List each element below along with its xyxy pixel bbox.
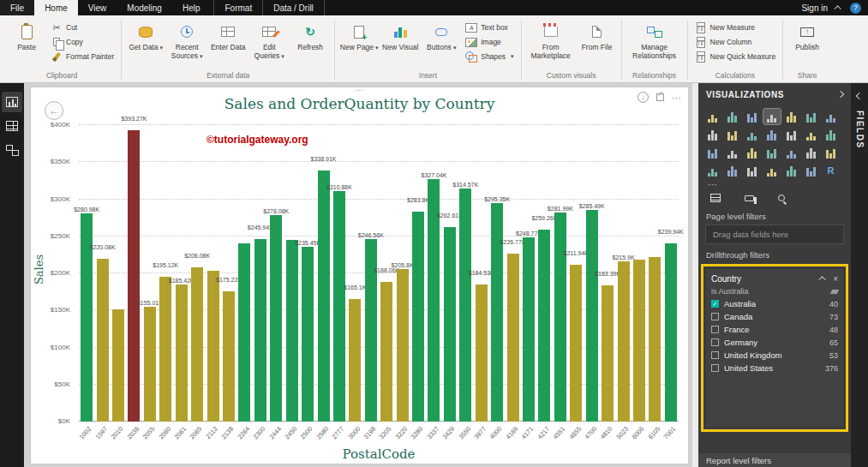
bar-6105[interactable] xyxy=(649,257,661,422)
bar-2264[interactable] xyxy=(238,243,250,422)
manage-relationships-button[interactable]: Manage Relationships xyxy=(626,18,683,63)
bar-6006[interactable] xyxy=(633,260,645,422)
clustered-bar-chart-icon[interactable] xyxy=(744,109,761,124)
line-and-clustered-column-chart-icon[interactable] xyxy=(744,127,761,142)
text-box-button[interactable]: Text box xyxy=(463,21,516,33)
bar-4700[interactable]: $285.49K xyxy=(586,210,598,422)
bar-1597[interactable]: $220.08K xyxy=(97,259,109,422)
bar-4655[interactable]: $211.94K xyxy=(570,265,582,422)
edit-queries-button[interactable]: Edit Queries xyxy=(249,18,289,63)
publish-button[interactable]: Publish xyxy=(787,18,827,63)
bar-3205[interactable]: $188.06K xyxy=(380,282,392,422)
collapse-filter-icon[interactable] xyxy=(818,276,825,283)
image-button[interactable]: Image xyxy=(463,36,516,48)
tab-help[interactable]: Help xyxy=(172,0,211,15)
get-data-button[interactable]: Get Data xyxy=(126,18,165,63)
ribbon-chart-icon[interactable] xyxy=(783,127,800,142)
more-visuals-icon[interactable]: ⋯ xyxy=(698,181,851,189)
enter-data-button[interactable]: Enter Data xyxy=(208,18,248,63)
bar-3198[interactable]: $246.56K xyxy=(365,239,377,422)
filter-item-germany[interactable]: Germany65 xyxy=(711,336,838,349)
checkbox-checked-icon[interactable]: ✓ xyxy=(711,300,719,308)
from-marketplace-button[interactable]: From Marketplace xyxy=(526,18,576,63)
new-measure-button[interactable]: New Measure xyxy=(692,21,779,33)
scatter-chart-icon[interactable] xyxy=(823,127,840,142)
bar-2113[interactable] xyxy=(207,271,219,422)
bar-3280[interactable]: $283.8K xyxy=(412,212,424,422)
100-stacked-column-chart-icon[interactable] xyxy=(803,109,820,124)
collapse-ribbon-icon[interactable] xyxy=(834,5,841,12)
filter-item-canada[interactable]: Canada73 xyxy=(711,310,838,323)
filter-item-united-kingdom[interactable]: United Kingdom53 xyxy=(711,349,838,362)
waterfall-chart-icon[interactable] xyxy=(803,127,820,142)
bar-3000[interactable]: $165.1K xyxy=(349,299,361,422)
bar-3550[interactable]: $314.57K xyxy=(459,189,471,422)
from-file-button[interactable]: From File xyxy=(578,18,617,63)
checkbox-unchecked-icon[interactable] xyxy=(711,351,719,359)
bar-2580[interactable]: $338.91K xyxy=(318,171,330,422)
bar-4000[interactable]: $295.35K xyxy=(491,203,503,422)
line-and-stacked-column-chart-icon[interactable] xyxy=(763,127,781,142)
checkbox-unchecked-icon[interactable] xyxy=(711,326,719,333)
slicer-icon[interactable] xyxy=(763,163,781,178)
checkbox-unchecked-icon[interactable] xyxy=(711,338,719,346)
checkbox-unchecked-icon[interactable] xyxy=(711,364,719,372)
r-script-visual-icon[interactable]: R xyxy=(823,163,840,178)
multi-row-card-icon[interactable] xyxy=(724,163,741,178)
kpi-icon[interactable] xyxy=(744,163,761,178)
stacked-column-chart-icon[interactable] xyxy=(724,109,741,124)
expand-fields-icon[interactable] xyxy=(856,93,863,99)
model-view-button[interactable] xyxy=(2,140,22,160)
visual-drag-handle[interactable]: ⋯ xyxy=(356,86,364,94)
remove-filter-icon[interactable]: × xyxy=(833,274,838,284)
bar-4169[interactable]: $226.77K xyxy=(507,254,519,422)
bar-3220[interactable]: $205.8K xyxy=(397,269,409,422)
cut-button[interactable]: Cut xyxy=(48,21,117,33)
bar-3977[interactable]: $184.53K xyxy=(476,284,488,422)
treemap-icon[interactable] xyxy=(744,145,761,160)
bar-2060[interactable]: $195.12K xyxy=(159,277,171,422)
tab-data-drill[interactable]: Data / Drill xyxy=(262,0,324,15)
gauge-icon[interactable] xyxy=(823,145,840,160)
format-tab-icon[interactable] xyxy=(745,195,754,201)
tab-modeling[interactable]: Modeling xyxy=(117,0,172,15)
canvas-scrollbar[interactable] xyxy=(692,83,698,467)
new-page-button[interactable]: New Page xyxy=(339,18,379,63)
filter-item-france[interactable]: France48 xyxy=(711,323,838,336)
bar-2777[interactable]: $310.88K xyxy=(333,191,345,422)
copy-button[interactable]: Copy xyxy=(48,36,117,48)
funnel-chart-icon[interactable] xyxy=(803,145,820,160)
filter-item-united-states[interactable]: United States376 xyxy=(711,362,838,374)
bar-4551[interactable]: $281.99K xyxy=(554,213,566,422)
tab-format[interactable]: Format xyxy=(214,0,262,15)
bar-2010[interactable] xyxy=(112,309,124,422)
help-icon[interactable]: ? xyxy=(850,3,861,14)
drag-fields-dropzone[interactable]: Drag data fields here xyxy=(705,225,844,244)
bar-7001[interactable]: $239.94K xyxy=(665,243,677,422)
refresh-button[interactable]: Refresh xyxy=(290,18,330,63)
bar-2055[interactable]: $155.01K xyxy=(144,307,156,422)
line-chart-icon[interactable] xyxy=(823,109,840,124)
shapes-button[interactable]: Shapes xyxy=(463,51,516,63)
filter-item-australia[interactable]: ✓Australia40 xyxy=(711,297,838,310)
bar-2444[interactable]: $278.08K xyxy=(270,215,282,422)
map-icon[interactable] xyxy=(763,145,781,160)
checkbox-unchecked-icon[interactable] xyxy=(711,313,719,320)
bar-2450[interactable] xyxy=(286,240,298,422)
matrix-icon[interactable] xyxy=(803,163,820,178)
data-view-button[interactable] xyxy=(2,116,22,136)
bar-2036[interactable]: $393.27K xyxy=(128,130,140,422)
bar-2300[interactable]: $245.94K xyxy=(254,239,266,422)
recent-sources-button[interactable]: Recent Sources xyxy=(167,18,207,63)
collapse-panel-icon[interactable] xyxy=(837,91,844,98)
area-chart-icon[interactable] xyxy=(704,127,721,142)
100-stacked-bar-chart-icon[interactable] xyxy=(783,109,800,124)
new-column-button[interactable]: New Column xyxy=(692,36,779,48)
table-icon[interactable] xyxy=(783,163,800,178)
bar-5023[interactable]: $215.9K xyxy=(618,261,630,422)
filled-map-icon[interactable] xyxy=(783,145,800,160)
bar-4171[interactable]: $248.77K xyxy=(523,237,535,422)
report-page[interactable]: ⋯ ↓ ⋯ ← Sales and OrderQuantity by Count… xyxy=(30,87,689,464)
buttons-button[interactable]: Buttons xyxy=(422,18,461,63)
clear-filter-icon[interactable] xyxy=(830,290,839,294)
